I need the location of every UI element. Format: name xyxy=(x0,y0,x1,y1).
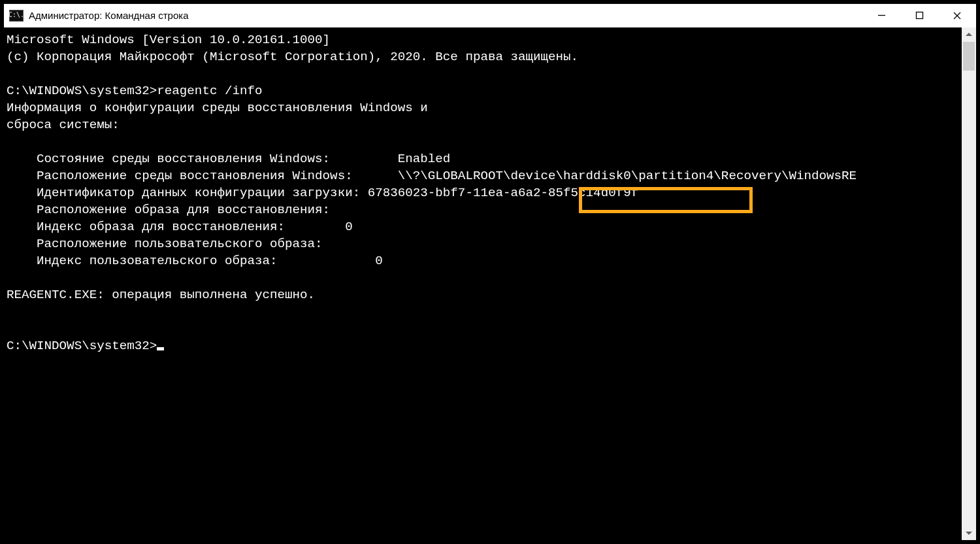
window-frame: C:\. Администратор: Командная строка Mic… xyxy=(0,0,980,544)
terminal-line: сброса системы: xyxy=(7,118,120,132)
terminal-line: Индекс образа для восстановления: 0 xyxy=(7,220,353,234)
minimize-button[interactable] xyxy=(862,4,900,27)
scroll-down-arrow[interactable] xyxy=(962,526,976,540)
close-button[interactable] xyxy=(938,4,976,27)
window-controls xyxy=(862,4,976,27)
scroll-thumb[interactable] xyxy=(963,42,975,71)
terminal-line: Индекс пользовательского образа: 0 xyxy=(7,254,383,268)
terminal-line: REAGENTC.EXE: операция выполнена успешно… xyxy=(7,288,315,302)
terminal-line: Расположение пользовательского образа: xyxy=(7,237,323,251)
scroll-up-arrow[interactable] xyxy=(962,27,976,42)
chevron-down-icon xyxy=(966,531,972,535)
terminal-prompt: C:\WINDOWS\system32> xyxy=(7,339,157,353)
chevron-up-icon xyxy=(966,33,972,37)
svg-rect-1 xyxy=(916,12,923,19)
maximize-icon xyxy=(915,11,924,20)
terminal-line: (c) Корпорация Майкрософт (Microsoft Cor… xyxy=(7,50,578,64)
terminal-line: Расположение среды восстановления Window… xyxy=(7,169,857,183)
cmd-icon: C:\. xyxy=(9,10,24,22)
terminal-line: Информация о конфигурации среды восстано… xyxy=(7,101,428,115)
terminal-wrap: Microsoft Windows [Version 10.0.20161.10… xyxy=(4,27,976,540)
cursor xyxy=(157,347,164,350)
terminal-line: Идентификатор данных конфигурации загруз… xyxy=(7,186,638,200)
terminal-line: Состояние среды восстановления Windows: … xyxy=(7,152,450,166)
minimize-icon xyxy=(877,11,886,20)
terminal[interactable]: Microsoft Windows [Version 10.0.20161.10… xyxy=(4,27,962,540)
window-title: Администратор: Командная строка xyxy=(29,10,189,21)
close-icon xyxy=(953,11,962,20)
terminal-line: Microsoft Windows [Version 10.0.20161.10… xyxy=(7,33,330,47)
terminal-command: reagentc /info xyxy=(157,84,262,98)
titlebar[interactable]: C:\. Администратор: Командная строка xyxy=(4,4,976,27)
maximize-button[interactable] xyxy=(900,4,938,27)
terminal-prompt: C:\WINDOWS\system32> xyxy=(7,84,157,98)
vertical-scrollbar[interactable] xyxy=(962,27,976,540)
titlebar-left: C:\. Администратор: Командная строка xyxy=(4,10,189,22)
terminal-line: Расположение образа для восстановления: xyxy=(7,203,330,217)
